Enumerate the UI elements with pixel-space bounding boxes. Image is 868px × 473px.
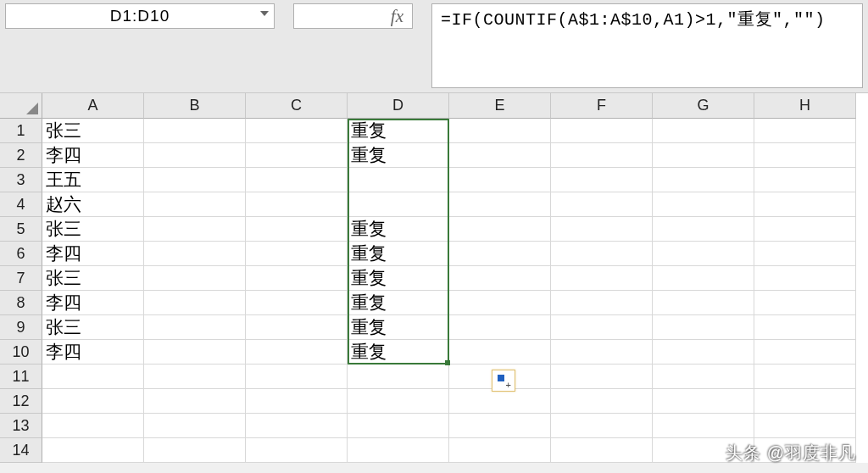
cell[interactable]: 王五 xyxy=(42,168,144,192)
fx-button[interactable]: fx xyxy=(293,3,413,29)
cell[interactable] xyxy=(653,242,754,266)
cell[interactable] xyxy=(246,291,348,315)
cell[interactable] xyxy=(449,192,551,217)
name-box[interactable]: D1:D10 xyxy=(5,3,275,29)
cell[interactable] xyxy=(348,168,449,192)
cell[interactable] xyxy=(551,217,653,242)
cell[interactable] xyxy=(754,119,856,143)
cell[interactable] xyxy=(449,168,551,192)
cell[interactable] xyxy=(246,414,348,438)
cell[interactable]: 李四 xyxy=(42,242,144,266)
row-header[interactable]: 10 xyxy=(0,340,42,364)
cell[interactable] xyxy=(653,192,754,217)
cell[interactable] xyxy=(653,291,754,315)
cell[interactable] xyxy=(449,438,551,463)
cell[interactable] xyxy=(246,438,348,463)
row-header[interactable]: 6 xyxy=(0,242,42,266)
cell[interactable] xyxy=(348,364,449,389)
cell[interactable] xyxy=(551,143,653,168)
cell[interactable] xyxy=(449,119,551,143)
cell[interactable] xyxy=(653,340,754,364)
cell[interactable] xyxy=(42,438,144,463)
autofill-options-button[interactable] xyxy=(492,370,515,392)
column-header[interactable]: H xyxy=(754,93,856,119)
cell[interactable]: 张三 xyxy=(42,266,144,291)
cell[interactable] xyxy=(42,364,144,389)
cell[interactable] xyxy=(449,414,551,438)
cell[interactable] xyxy=(551,364,653,389)
cell[interactable] xyxy=(144,192,246,217)
cell[interactable] xyxy=(144,217,246,242)
cell[interactable]: 李四 xyxy=(42,340,144,364)
cell[interactable] xyxy=(551,192,653,217)
row-header[interactable]: 8 xyxy=(0,291,42,315)
cell[interactable]: 重复 xyxy=(348,340,449,364)
column-header[interactable]: C xyxy=(246,93,348,119)
cell[interactable] xyxy=(246,266,348,291)
cell[interactable] xyxy=(144,119,246,143)
cell[interactable] xyxy=(144,340,246,364)
cell[interactable]: 重复 xyxy=(348,266,449,291)
cell[interactable] xyxy=(754,242,856,266)
cell[interactable] xyxy=(246,143,348,168)
cell[interactable] xyxy=(144,438,246,463)
cell[interactable] xyxy=(754,414,856,438)
cell[interactable]: 重复 xyxy=(348,143,449,168)
cell[interactable] xyxy=(449,266,551,291)
column-header[interactable]: G xyxy=(653,93,754,119)
cell[interactable] xyxy=(348,192,449,217)
cell[interactable] xyxy=(653,168,754,192)
cell[interactable] xyxy=(551,438,653,463)
row-header[interactable]: 3 xyxy=(0,168,42,192)
cell[interactable] xyxy=(246,242,348,266)
cell[interactable] xyxy=(653,414,754,438)
row-header[interactable]: 2 xyxy=(0,143,42,168)
dropdown-icon[interactable] xyxy=(260,11,269,16)
row-header[interactable]: 1 xyxy=(0,119,42,143)
cell[interactable] xyxy=(348,414,449,438)
cell[interactable] xyxy=(551,168,653,192)
cell[interactable] xyxy=(551,315,653,340)
cell[interactable] xyxy=(551,119,653,143)
cell[interactable] xyxy=(449,389,551,414)
cell[interactable] xyxy=(653,266,754,291)
cell[interactable] xyxy=(551,266,653,291)
cell[interactable] xyxy=(653,119,754,143)
cell[interactable] xyxy=(754,291,856,315)
cell[interactable]: 重复 xyxy=(348,315,449,340)
column-header[interactable]: D xyxy=(348,93,449,119)
column-header[interactable]: B xyxy=(144,93,246,119)
cell[interactable] xyxy=(144,291,246,315)
row-header[interactable]: 4 xyxy=(0,192,42,217)
cell[interactable]: 重复 xyxy=(348,217,449,242)
cell[interactable]: 张三 xyxy=(42,119,144,143)
cell[interactable] xyxy=(653,217,754,242)
cell[interactable] xyxy=(144,168,246,192)
cell[interactable]: 李四 xyxy=(42,143,144,168)
cell[interactable] xyxy=(246,340,348,364)
row-header[interactable]: 11 xyxy=(0,364,42,389)
cell[interactable] xyxy=(144,315,246,340)
cell[interactable] xyxy=(144,389,246,414)
cell[interactable]: 李四 xyxy=(42,291,144,315)
cell[interactable] xyxy=(144,266,246,291)
cell[interactable] xyxy=(449,315,551,340)
cell[interactable] xyxy=(754,340,856,364)
cell[interactable] xyxy=(449,217,551,242)
cell[interactable] xyxy=(551,340,653,364)
cell[interactable] xyxy=(348,389,449,414)
cell[interactable] xyxy=(653,364,754,389)
column-header[interactable]: E xyxy=(449,93,551,119)
row-header[interactable]: 14 xyxy=(0,438,42,463)
cell[interactable] xyxy=(144,242,246,266)
cell[interactable] xyxy=(653,389,754,414)
cell[interactable] xyxy=(42,389,144,414)
cell[interactable]: 赵六 xyxy=(42,192,144,217)
row-header[interactable]: 9 xyxy=(0,315,42,340)
cell[interactable]: 张三 xyxy=(42,315,144,340)
cell[interactable] xyxy=(754,364,856,389)
cell[interactable] xyxy=(551,414,653,438)
cell[interactable] xyxy=(449,340,551,364)
formula-input[interactable]: =IF(COUNTIF(A$1:A$10,A1)>1,"重复","") xyxy=(431,3,863,88)
cell[interactable] xyxy=(754,168,856,192)
